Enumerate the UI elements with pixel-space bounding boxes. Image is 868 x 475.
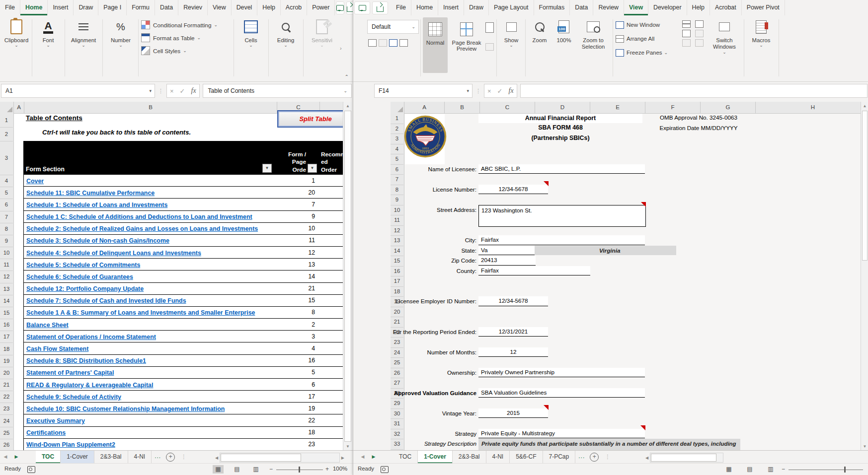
sheet-nav-right-icon[interactable]: ▶ <box>368 451 379 464</box>
filter-dropdown-icon[interactable]: ▼ <box>308 164 317 173</box>
page-layout-small-icon[interactable] <box>485 22 494 33</box>
left-horizontal-scrollbar[interactable]: ◀ ▶ <box>214 453 346 463</box>
sheet-tab-7-pcap[interactable]: 7-PCap <box>543 451 576 464</box>
row-header-15[interactable]: 15 <box>0 307 13 319</box>
sheet-nav-left-icon[interactable]: ◀ <box>357 451 368 464</box>
row-header-20[interactable]: 20 <box>0 367 13 379</box>
macro-record-icon[interactable] <box>381 466 389 473</box>
scroll-right-icon[interactable]: ▶ <box>340 456 346 460</box>
ribbon-tab-insert[interactable]: Insert <box>438 0 464 15</box>
row-header-2[interactable]: 2 <box>391 124 403 135</box>
zoom-in-icon[interactable]: + <box>325 466 329 473</box>
cells-group-button[interactable]: Cells ⌄ <box>236 17 266 47</box>
row-header-7[interactable]: 7 <box>0 211 13 223</box>
sheet-view-select[interactable]: Default ⌄ <box>367 20 419 34</box>
row-header-26[interactable]: 26 <box>0 439 13 451</box>
sheet-tab-toc[interactable]: TOC <box>36 451 61 464</box>
switch-windows-button[interactable]: Switch Windows ⌄ <box>709 17 740 54</box>
ribbon-tab-review[interactable]: Review <box>593 0 624 15</box>
ribbon-tab-view[interactable]: View <box>624 0 648 15</box>
ribbon-tab-acrobat[interactable]: Acrobat <box>710 0 742 15</box>
field-value[interactable]: 12/31/2021 <box>478 327 548 337</box>
row-header-21[interactable]: 21 <box>391 317 403 328</box>
row-header-13[interactable]: 13 <box>0 283 13 295</box>
ribbon-tab-insert[interactable]: Insert <box>48 0 74 15</box>
toc-link[interactable]: Schedule 10: SBIC Customer Relationship … <box>26 406 225 412</box>
page-layout-view-icon[interactable]: ▤ <box>232 465 242 474</box>
ribbon-tab-draw[interactable]: Draw <box>74 0 98 15</box>
toc-link[interactable]: Schedule 12: Portfolio Company Update <box>26 285 144 292</box>
custom-views-icon[interactable] <box>485 43 494 51</box>
more-sheets[interactable]: ... <box>152 451 164 464</box>
row-header-14[interactable]: 14 <box>0 295 13 307</box>
toc-link[interactable]: Certifications <box>26 429 66 436</box>
enter-icon[interactable]: ✓ <box>497 87 503 95</box>
toc-link[interactable]: Cover <box>26 178 44 185</box>
field-value[interactable]: Fairfax <box>478 235 645 245</box>
row-header-1[interactable]: 1 <box>0 113 13 128</box>
sheet-nav-right-icon[interactable]: ▶ <box>11 451 22 464</box>
comments-button[interactable] <box>336 1 344 14</box>
scroll-up-icon[interactable]: ▲ <box>861 102 868 110</box>
row-header-11[interactable]: 11 <box>391 215 403 226</box>
zoom-out-icon[interactable]: − <box>269 466 273 473</box>
scroll-down-icon[interactable]: ▼ <box>861 442 868 451</box>
normal-view-icon[interactable]: ▦ <box>213 465 224 474</box>
hide-icon[interactable] <box>682 30 691 37</box>
sheet-nav-left-icon[interactable]: ◀ <box>0 451 11 464</box>
row-header-10[interactable]: 10 <box>0 247 13 259</box>
toc-link[interactable]: Balance Sheet <box>26 322 69 329</box>
sheet-tab-2-3-bal[interactable]: 2&3-Bal <box>453 451 486 464</box>
sensitivity-expander[interactable]: › <box>340 45 342 51</box>
field-value[interactable]: 12 <box>478 347 548 357</box>
row-header-25[interactable]: 25 <box>391 357 403 368</box>
view-side-by-side-icon[interactable] <box>695 20 704 28</box>
toc-link[interactable]: Cash Flow Statement <box>26 345 88 352</box>
row-header-23[interactable]: 23 <box>0 403 13 415</box>
ribbon-tab-power[interactable]: Power <box>307 0 335 15</box>
ribbon-tab-formulas[interactable]: Formulas <box>534 0 570 15</box>
row-header-4[interactable]: 4 <box>391 144 403 155</box>
toc-link[interactable]: Schedule 11: SBIC Cumulative Performance <box>26 190 155 197</box>
ribbon-tab-devel[interactable]: Devel <box>232 0 258 15</box>
field-value[interactable]: 12/34-5678 <box>478 296 548 306</box>
row-header-27[interactable]: 27 <box>391 378 403 389</box>
zoom-out-icon[interactable]: − <box>782 466 785 473</box>
name-box[interactable]: F14 ▾ <box>374 84 473 98</box>
strategy-description-value[interactable]: Private equity funds that participate su… <box>478 439 740 451</box>
row-header-6[interactable]: 6 <box>0 199 13 211</box>
row-header-18[interactable]: 18 <box>391 286 403 297</box>
comments-button[interactable] <box>354 1 370 14</box>
row-header-2[interactable]: 2 <box>0 127 13 141</box>
row-header-31[interactable]: 31 <box>391 418 403 429</box>
zoom-slider[interactable] <box>844 467 846 473</box>
ribbon-tab-help[interactable]: Help <box>687 0 710 15</box>
ribbon-tab-file[interactable]: File <box>0 0 20 15</box>
new-sheet-icon[interactable]: + <box>166 453 175 462</box>
styles-item-fat[interactable]: Format as Table⌄ <box>141 32 234 44</box>
macros-button[interactable]: Macros ⌄ <box>748 17 775 47</box>
row-header-29[interactable]: 29 <box>391 398 403 409</box>
keep-sheet-view-icon[interactable] <box>368 39 377 47</box>
sheet-tab-2-3-bal[interactable]: 2&3-Bal <box>94 451 128 464</box>
clipboard-group-button[interactable]: Clipboard ⌄ <box>2 17 31 47</box>
page-break-view-icon[interactable]: ▥ <box>765 465 776 474</box>
ribbon-tab-formu[interactable]: Formu <box>127 0 155 15</box>
styles-item-cf[interactable]: Conditional Formatting⌄ <box>141 19 234 31</box>
enter-icon[interactable]: ✓ <box>180 87 185 95</box>
row-header-19[interactable]: 19 <box>0 355 13 367</box>
macro-record-icon[interactable] <box>27 466 35 473</box>
arrange-all-button[interactable]: Arrange All <box>616 33 674 44</box>
field-value[interactable]: 20413 <box>478 256 536 266</box>
row-header-1[interactable]: 1 <box>391 113 403 124</box>
row-header-12[interactable]: 12 <box>391 225 403 236</box>
row-header-20[interactable]: 20 <box>391 307 403 318</box>
sheet-view-options-icon[interactable] <box>399 39 408 47</box>
sheet-tab-4-ni[interactable]: 4-NI <box>128 451 152 464</box>
toc-link[interactable]: Schedule 2: Schedule of Realized Gains a… <box>26 225 258 232</box>
row-header-11[interactable]: 11 <box>0 259 13 271</box>
ribbon-tab-help[interactable]: Help <box>257 0 280 15</box>
number-group-button[interactable]: % Number ⌄ <box>104 17 137 47</box>
left-vertical-scrollbar[interactable]: ▲ ▼ <box>343 102 352 451</box>
field-value[interactable]: ABC SBIC, L.P. <box>478 164 645 174</box>
